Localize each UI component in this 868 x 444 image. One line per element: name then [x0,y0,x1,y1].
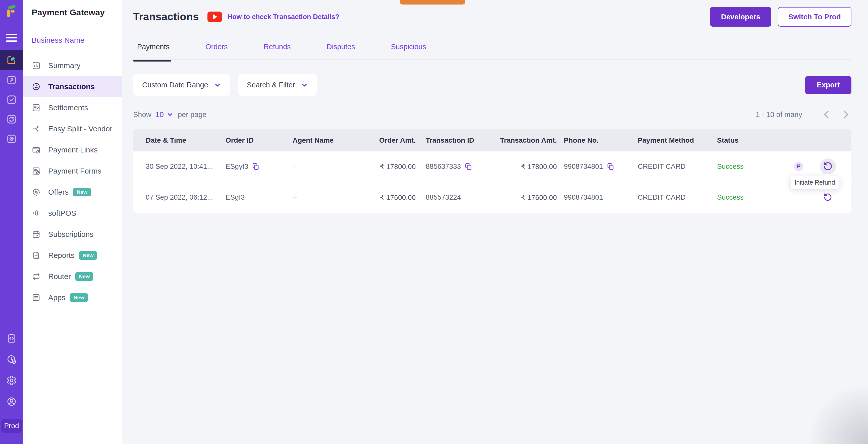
tab-payments[interactable]: Payments [137,43,169,51]
tab-orders[interactable]: Orders [206,43,228,51]
sidebar-item-settlements[interactable]: Settlements [23,97,122,118]
chevron-down-icon [214,82,221,89]
summary-icon [32,61,41,70]
list-controls: Show 10 per page 1 - 10 of many [133,109,851,120]
new-badge: New [75,272,93,281]
switch-to-prod-button[interactable]: Switch To Prod [778,7,851,27]
next-page-button[interactable] [840,109,851,120]
tab-disputes[interactable]: Disputes [327,43,355,51]
new-badge: New [70,293,88,302]
easy-split-icon [32,124,41,133]
transactions-table: Date & TimeOrder IDAgent NameOrder Amt.T… [133,129,851,213]
order-id-cell: ESgyf3 [214,162,280,170]
previous-page-button[interactable] [821,109,832,120]
lookup-icon [6,133,17,145]
verification-icon [6,94,17,105]
chevron-down-icon [166,111,174,118]
tooltip-text: Initiate Refund [795,179,835,186]
phone-number: 9908734801 [564,162,603,170]
account-icon[interactable] [6,396,17,407]
sidebar-item-softpos[interactable]: softPOS [23,203,122,224]
phone-number-cell: 9908734801 [561,162,637,170]
export-button[interactable]: Export [805,76,851,94]
brand-logo-icon [4,3,19,18]
reports-icon [32,251,41,260]
sidebar-item-transactions[interactable]: Transactions [23,76,122,97]
product-title: Payment Gateway [23,7,122,17]
date-range-dropdown[interactable]: Custom Date Range [133,74,230,96]
search-filter-dropdown[interactable]: Search & Filter [238,74,317,96]
payment-forms-icon [32,166,41,176]
phone-number: 9908734801 [564,193,603,201]
sidebar-item-label: Transactions [48,83,95,91]
column-header: Status [715,136,775,145]
order-id-cell: ESgf3 [214,193,280,201]
sidebar-item-label: Summary [48,61,81,70]
rail-item-lookup[interactable] [0,129,23,149]
transaction-id: 885637333 [426,162,461,170]
copy-icon[interactable] [252,162,260,170]
session-history-icon[interactable] [6,354,17,364]
transaction-amount: ₹ 17600.00 [499,193,561,202]
agent-name: -- [280,193,368,201]
business-name-link[interactable]: Business Name [23,36,122,44]
tab-suspicious[interactable]: Suspicious [391,43,426,51]
rail-item-payouts[interactable] [0,70,23,90]
pending-indicator-badge[interactable]: P [794,162,803,171]
page-size-dropdown[interactable]: 10 [155,110,174,119]
order-amount: ₹ 17600.00 [368,193,426,202]
row-actions: PInitiate Refund [775,158,851,175]
sidebar-item-reports[interactable]: ReportsNew [23,245,122,266]
sidebar-item-label: Settlements [48,103,88,112]
rail-item-recurring[interactable] [0,109,23,129]
sidebar-item-apps[interactable]: AppsNew [23,287,122,308]
recurring-icon [6,114,17,125]
transaction-tabs: PaymentsOrdersRefundsDisputesSuspicious [133,43,851,60]
refund-icon [823,161,833,172]
sidebar-item-subscriptions[interactable]: Subscriptions [23,224,122,245]
show-label: Show [133,110,151,119]
order-id: ESgf3 [225,193,245,201]
status-badge: Success [715,193,775,201]
sidebar-item-easy-split-vendor[interactable]: Easy Split - Vendor [23,118,122,139]
settings-icon[interactable] [6,375,17,386]
per-page-label: per page [178,110,207,119]
copy-icon[interactable] [464,162,472,170]
payment-dashboard: Prod Payment Gateway Business Name Summa… [0,0,868,444]
column-header: Agent Name [280,136,368,145]
sidebar-item-label: Easy Split - Vendor [48,125,112,133]
developers-button[interactable]: Developers [710,7,771,27]
copy-icon[interactable] [607,162,615,170]
initiate-refund-button[interactable] [820,189,836,205]
column-header: Phone No. [561,136,637,145]
initiate-refund-button[interactable]: Initiate Refund [820,158,836,175]
menu-toggle-icon[interactable] [6,34,17,42]
phone-number-cell: 9908734801 [561,193,637,201]
sidebar-item-router[interactable]: RouterNew [23,266,122,287]
tab-refunds[interactable]: Refunds [264,43,291,51]
table-row[interactable]: 30 Sep 2022, 10:41...ESgyf3--₹ 17800.008… [133,152,851,182]
rail-item-verification[interactable] [0,90,23,109]
page-header: Transactions How to check Transaction De… [133,6,851,27]
transaction-amount: ₹ 17800.00 [499,162,561,171]
help-video-link[interactable]: How to check Transaction Details? [227,13,340,21]
new-badge: New [79,251,97,260]
payment-method: CREDIT CARD [637,193,715,201]
column-header: Transaction Amt. [499,136,561,145]
table-row[interactable]: 07 Sep 2022, 06:12...ESgf3--₹ 17600.0088… [133,182,851,213]
row-actions [775,189,851,205]
column-header: Order ID [214,136,280,145]
payment-links-icon [32,146,41,154]
status-badge: Success [715,162,775,170]
table-header-row: Date & TimeOrder IDAgent NameOrder Amt.T… [133,129,851,152]
developer-docs-icon[interactable] [6,333,17,344]
column-header: Order Amt. [368,136,426,145]
sidebar-item-summary[interactable]: Summary [23,55,122,76]
rail-item-payment-gateway[interactable] [0,50,23,70]
sidebar-item-offers[interactable]: OffersNew [23,182,122,203]
youtube-play-icon[interactable] [208,11,222,22]
sidebar-item-label: Payment Forms [48,167,101,175]
sidebar-item-payment-forms[interactable]: Payment Forms [23,160,122,182]
sidebar-item-payment-links[interactable]: Payment Links [23,139,122,160]
apps-icon [32,293,41,302]
